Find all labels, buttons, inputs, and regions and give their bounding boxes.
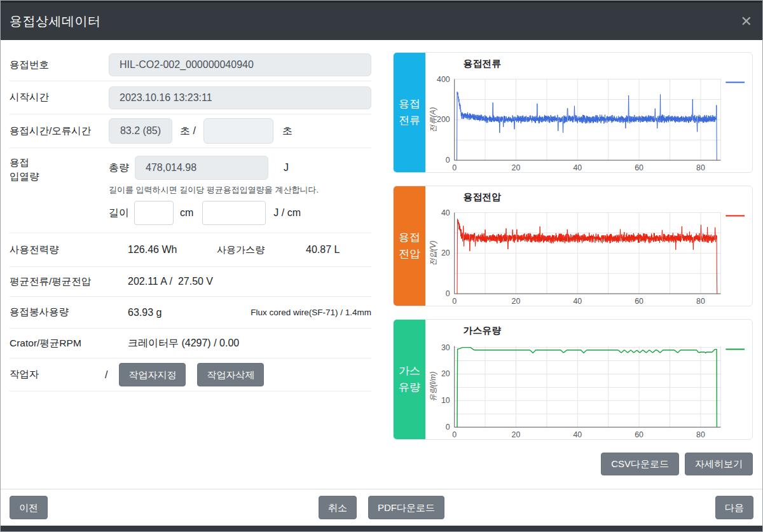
- svg-text:전류(A): 전류(A): [429, 107, 437, 133]
- row-crator-rpm: Crator/평균RPM 크레이터무 (4297) / 0.00: [10, 329, 371, 358]
- start-time-label: 시작시간: [10, 90, 109, 104]
- chart-card-current: 용접 전류 0204060800200400용접전류전류(A): [393, 52, 753, 173]
- svg-text:0: 0: [452, 297, 457, 306]
- heat-total-unit: J: [284, 162, 289, 174]
- heat-input-content: 총량 J 길이를 입력하시면 길이당 평균용접입열량을 계산합니다. 길이 cm…: [109, 156, 319, 225]
- svg-text:60: 60: [635, 430, 643, 439]
- svg-text:20: 20: [512, 430, 521, 439]
- backdrop-strip: [1, 526, 762, 531]
- welding-detail-modal: 용접상세데이터 ✕ 용접번호 시작시간 용접시간/오류시간 초 / 초: [0, 0, 763, 532]
- csv-download-button[interactable]: CSV다운로드: [601, 453, 679, 475]
- modal-footer: 이전 취소 PDF다운로드 다음: [1, 489, 762, 526]
- chart-tab-current: 용접 전류: [394, 53, 425, 172]
- rod-value: 63.93 g: [109, 307, 162, 318]
- voltage-chart: 02040608002040용접전압전압(V): [425, 186, 752, 306]
- weld-time-unit: 초 /: [180, 125, 196, 138]
- row-worker: 작업자 / 작업자지정 작업자삭제: [10, 358, 371, 392]
- row-start-time: 시작시간: [10, 81, 371, 114]
- avg-label: 평균전류/평균전압: [10, 275, 109, 289]
- heat-per-length-unit: J / cm: [273, 207, 301, 219]
- gas-used-value: 40.87 L: [299, 244, 340, 256]
- pdf-download-button[interactable]: PDF다운로드: [368, 496, 444, 520]
- svg-text:40: 40: [441, 208, 450, 217]
- detail-view-button[interactable]: 자세히보기: [685, 453, 753, 475]
- heat-total-field[interactable]: [135, 156, 268, 180]
- chart-card-voltage: 용접 전압 02040608002040용접전압전압(V): [393, 186, 753, 306]
- svg-text:80: 80: [696, 163, 705, 172]
- chart-card-gas: 가스 유량 0204060800102030가스유량유량(l/m): [393, 319, 753, 440]
- crator-label: Crator/평균RPM: [10, 336, 109, 350]
- heat-input-label-line2: 입열량: [10, 171, 39, 182]
- svg-text:20: 20: [512, 297, 521, 306]
- svg-text:30: 30: [441, 343, 450, 352]
- svg-text:20: 20: [441, 369, 450, 378]
- wire-info: Flux cored wire(SF-71) / 1.4mm: [251, 308, 371, 317]
- svg-text:20: 20: [441, 249, 450, 257]
- svg-text:20: 20: [512, 163, 521, 172]
- svg-text:40: 40: [573, 297, 582, 306]
- row-heat-input: 용접 입열량 총량 J 길이를 입력하시면 길이당 평균용접입열량을 계산합니다…: [10, 148, 371, 233]
- row-weld-number: 용접번호: [10, 49, 371, 81]
- svg-text:용접전압: 용접전압: [464, 192, 502, 202]
- modal-header: 용접상세데이터 ✕: [1, 1, 762, 40]
- start-time-field[interactable]: [109, 86, 371, 109]
- svg-text:60: 60: [635, 163, 643, 172]
- row-weld-error-time: 용접시간/오류시간 초 / 초: [10, 114, 371, 148]
- row-power-gas: 사용전력량 126.46 Wh 사용가스량 40.87 L: [10, 233, 371, 267]
- row-averages: 평균전류/평균전압 202.11 A / 27.50 V: [10, 267, 371, 297]
- svg-text:0: 0: [452, 163, 457, 172]
- worker-delete-button[interactable]: 작업자삭제: [197, 363, 264, 387]
- avg-value: 202.11 A / 27.50 V: [109, 276, 213, 287]
- modal-body: 용접번호 시작시간 용접시간/오류시간 초 / 초 용접 입열량: [1, 40, 762, 489]
- prev-button[interactable]: 이전: [10, 496, 48, 520]
- power-value: 126.46 Wh: [109, 244, 217, 256]
- length-field[interactable]: [134, 201, 174, 225]
- weld-number-label: 용접번호: [10, 58, 109, 72]
- svg-text:80: 80: [696, 297, 705, 306]
- gas-chart: 0204060800102030가스유량유량(l/m): [425, 320, 752, 439]
- error-time-unit: 초: [282, 125, 292, 138]
- heat-input-label-line1: 용접: [10, 157, 29, 168]
- power-label: 사용전력량: [10, 243, 109, 257]
- cancel-button[interactable]: 취소: [319, 496, 357, 520]
- svg-text:40: 40: [573, 163, 582, 172]
- row-rod-usage: 용접봉사용량 63.93 g Flux cored wire(SF-71) / …: [10, 297, 371, 329]
- gas-used-label: 사용가스량: [217, 243, 299, 257]
- rod-label: 용접봉사용량: [10, 305, 109, 319]
- worker-assign-button[interactable]: 작업자지정: [119, 363, 186, 387]
- heat-helper-text: 길이를 입력하시면 길이당 평균용접입열량을 계산합니다.: [109, 184, 319, 196]
- svg-text:유량(l/m): 유량(l/m): [429, 372, 437, 402]
- svg-text:가스유량: 가스유량: [464, 325, 502, 336]
- weld-time-field[interactable]: [109, 118, 172, 144]
- heat-total-label: 총량: [109, 161, 129, 175]
- svg-text:200: 200: [437, 115, 450, 124]
- svg-text:전압(V): 전압(V): [429, 241, 437, 266]
- svg-text:0: 0: [452, 430, 457, 439]
- modal-title: 용접상세데이터: [10, 13, 101, 30]
- svg-text:0: 0: [446, 289, 450, 298]
- svg-text:10: 10: [441, 396, 450, 405]
- length-unit: cm: [180, 207, 193, 219]
- svg-text:0: 0: [446, 423, 450, 432]
- error-time-field[interactable]: [203, 118, 273, 144]
- weld-error-time-label: 용접시간/오류시간: [10, 124, 109, 138]
- length-label: 길이: [109, 207, 129, 220]
- svg-text:400: 400: [437, 75, 450, 84]
- chart-tab-gas: 가스 유량: [394, 320, 425, 439]
- weld-number-field[interactable]: [109, 53, 371, 76]
- close-icon[interactable]: ✕: [741, 15, 752, 29]
- worker-label: 작업자: [10, 367, 105, 381]
- svg-text:용접전류: 용접전류: [464, 58, 502, 69]
- svg-text:60: 60: [635, 297, 643, 306]
- charts-panel: 용접 전류 0204060800200400용접전류전류(A) 용접 전압 02…: [382, 40, 762, 489]
- svg-text:40: 40: [573, 430, 582, 439]
- heat-per-length-field[interactable]: [202, 201, 266, 225]
- current-chart: 0204060800200400용접전류전류(A): [425, 53, 752, 172]
- chart-tab-voltage: 용접 전압: [394, 186, 425, 306]
- worker-value: /: [105, 369, 107, 381]
- crator-value: 크레이터무 (4297) / 0.00: [109, 337, 239, 350]
- next-button[interactable]: 다음: [715, 496, 753, 520]
- svg-text:0: 0: [446, 156, 450, 165]
- svg-text:80: 80: [696, 430, 705, 439]
- detail-form: 용접번호 시작시간 용접시간/오류시간 초 / 초 용접 입열량: [1, 40, 382, 489]
